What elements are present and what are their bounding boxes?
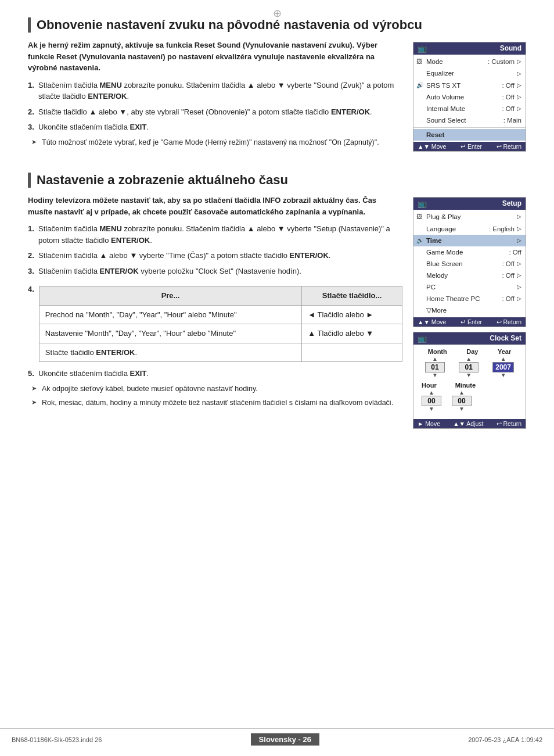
clock-labels-row1: Month Day Year	[418, 348, 521, 355]
sound-menu-title: Sound	[500, 44, 521, 53]
section2-right: 📺 Setup 🖼 Plug & Play ▷ Language : Engli…	[413, 195, 526, 429]
section1-body: Ak je herný režim zapnutý, aktivuje sa f…	[28, 40, 526, 152]
minute-value: 00	[452, 396, 472, 406]
month-label: Month	[428, 348, 447, 355]
clock-set-title: Clock Set	[490, 334, 521, 343]
bottom-bar: BN68-01186K-Slk-0523.indd 26 Slovensky -…	[0, 728, 554, 746]
step-2-1: 1. Stlačením tlačidla MENU zobrazíte pon…	[28, 223, 402, 246]
table-cell-btn3	[302, 343, 402, 362]
step-1-3: 3. Ukončite stlačením tlačidla EXIT.	[28, 121, 402, 133]
menu-divider1	[413, 127, 526, 128]
hour-value: 00	[422, 396, 441, 406]
menu-row-language: Language : English ▷	[413, 223, 526, 235]
sound-icon: 🔊	[416, 81, 423, 89]
section1-steps: 1. Stlačením tlačidla MENU zobrazíte pon…	[28, 80, 402, 133]
table-cell-btn1: ◄ Tlačidlo alebo ►	[302, 305, 402, 324]
setup-menu-footer: ▲▼ Move ↵ Enter ↩ Return	[413, 317, 526, 327]
page-label: Slovensky - 26	[251, 733, 319, 746]
table-col2-header: Stlačte tlačidlo...	[302, 286, 402, 306]
setup-menu-header: 📺 Setup	[413, 198, 526, 210]
section2-text: Hodiny televízora môžete nastaviť tak, a…	[28, 195, 402, 408]
tv-icon: 📺	[418, 44, 427, 53]
menu-row-equalizer: Equalizer ▷	[413, 67, 526, 79]
section2-note2: Rok, mesiac, dátum, hodiny a minúty môže…	[28, 397, 402, 409]
section2-title: Nastavenie a zobrazenie aktuálneho času	[37, 173, 288, 187]
step-2-5: 5. Ukončite stlačením tlačidla EXIT.	[28, 368, 402, 379]
year-field: ▲ 2007 ▼	[492, 356, 514, 378]
menu-row-blue-screen: Blue Screen : Off ▷	[413, 258, 526, 270]
step-2-2: 2. Stlačením tlačidla ▲ alebo ▼ vyberte …	[28, 250, 402, 261]
clock-labels-row2: Hour Minute	[418, 382, 521, 389]
table-row: Prechod na "Month", "Day", "Year", "Hour…	[39, 305, 402, 324]
month-value: 01	[425, 362, 445, 372]
section1-note: Túto možnosť môžete vybrať, keď je "Game…	[28, 137, 402, 148]
section2-intro: Hodiny televízora môžete nastaviť tak, a…	[28, 195, 402, 217]
table-col1-header: Pre...	[39, 286, 301, 306]
clock-set-header: 📺 Clock Set	[413, 332, 526, 345]
hour-label: Hour	[422, 382, 437, 389]
file-info: BN68-01186K-Slk-0523.indd 26	[12, 736, 102, 743]
month-field: ▲ 01 ▼	[425, 356, 445, 378]
menu-row-sound-select: Sound Select : Main	[413, 114, 526, 126]
hour-field: ▲ 00 ▼	[422, 390, 441, 412]
setup-menu-rows: 🖼 Plug & Play ▷ Language : English ▷ 🔊 T…	[413, 210, 526, 317]
menu-row-plug-play: 🖼 Plug & Play ▷	[413, 211, 526, 223]
section2-body: Hodiny televízora môžete nastaviť tak, a…	[28, 195, 526, 429]
clock-set-box: 📺 Clock Set Month Day Year ▲	[413, 332, 526, 429]
sound-menu-box: 📺 Sound 🖼 Mode : Custom ▷ Equalizer ▷	[413, 42, 526, 152]
section1-intro: Ak je herný režim zapnutý, aktivuje sa f…	[28, 40, 402, 74]
menu-row-more: ▽More	[413, 304, 526, 316]
minute-label: Minute	[455, 382, 476, 389]
year-label: Year	[498, 348, 511, 355]
section1-title: Obnovenie nastavení zvuku na pôvodné nas…	[37, 17, 422, 32]
day-field: ▲ 01 ▼	[459, 356, 479, 378]
section2-steps: 1. Stlačením tlačidla MENU zobrazíte pon…	[28, 223, 402, 277]
menu-row-mode: 🖼 Mode : Custom ▷	[413, 56, 526, 67]
table-cell-pre3: Stlačte tlačidlo ENTER/OK.	[39, 343, 301, 362]
menu-row-internal-mute: Internal Mute : Off ▷	[413, 103, 526, 114]
section2-step5-list: 5. Ukončite stlačením tlačidla EXIT.	[28, 368, 402, 379]
year-value: 2007	[492, 362, 514, 372]
tv-icon3: 📺	[418, 334, 427, 343]
menu-row-pc: PC ▷	[413, 281, 526, 293]
table-cell-pre2: Nastavenie "Month", "Day", "Year", "Hour…	[39, 324, 301, 343]
sound-menu-header: 📺 Sound	[413, 42, 526, 55]
clock-set-footer: ► Move ▲▼ Adjust ↩ Return	[413, 419, 526, 428]
table-row: Stlačte tlačidlo ENTER/OK.	[39, 343, 402, 362]
menu-row-time: 🔊 Time ▷	[413, 235, 526, 246]
menu-row-auto-volume: Auto Volume : Off ▷	[413, 91, 526, 103]
section2: Nastavenie a zobrazenie aktuálneho času …	[28, 173, 526, 429]
step-1-1: 1. Stlačením tlačidla MENU zobrazíte pon…	[28, 80, 402, 102]
menu-row-reset: Reset	[413, 129, 526, 141]
clock-set-body: Month Day Year ▲ 01 ▼ ▲	[413, 345, 526, 419]
section1: Obnovenie nastavení zvuku na pôvodné nas…	[28, 17, 526, 152]
day-value: 01	[459, 362, 479, 372]
tv-icon2: 📺	[418, 199, 427, 208]
step4-container: 4. Pre... Stlačte tlačidlo... Prechod na…	[28, 281, 402, 362]
clock-values-row1: ▲ 01 ▼ ▲ 01 ▼ ▲ 2007	[418, 356, 521, 378]
setup-menu-box: 📺 Setup 🖼 Plug & Play ▷ Language : Engli…	[413, 197, 526, 327]
sound-menu-rows: 🖼 Mode : Custom ▷ Equalizer ▷ 🔊 SRS TS X…	[413, 55, 526, 142]
step-2-3: 3. Stlačením tlačidla ENTER/OK vyberte p…	[28, 266, 402, 277]
step4-table: Pre... Stlačte tlačidlo... Prechod na "M…	[39, 286, 402, 362]
step-1-2: 2. Stlačte tlačidlo ▲ alebo ▼, aby ste v…	[28, 106, 402, 118]
date-info: 2007-05-23 ¿ÄËÄ 1:09:42	[468, 736, 542, 743]
table-cell-btn2: ▲ Tlačidlo alebo ▼	[302, 324, 402, 343]
menu-row-home-theatre: Home Theatre PC : Off ▷	[413, 293, 526, 304]
minute-field: ▲ 00 ▼	[452, 390, 472, 412]
menu-row-srs: 🔊 SRS TS XT : Off ▷	[413, 80, 526, 91]
setup-menu-title: Setup	[502, 199, 521, 208]
day-label: Day	[466, 348, 478, 355]
step4-num: 4.	[28, 285, 34, 293]
menu-row-melody: Melody : Off ▷	[413, 270, 526, 281]
page-outer: ⊕ Obnovenie nastavení zvuku na pôvodné n…	[0, 0, 554, 756]
plug-icon: 🖼	[416, 213, 422, 221]
menu-row-game-mode: Game Mode : Off	[413, 246, 526, 258]
picture-icon: 🖼	[416, 58, 422, 66]
crosshair-icon: ⊕	[273, 7, 282, 20]
clock-values-row2: ▲ 00 ▼ ▲ 00 ▼	[418, 390, 521, 412]
table-cell-pre1: Prechod na "Month", "Day", "Year", "Hour…	[39, 305, 301, 324]
sound-menu-footer: ▲▼ Move ↵ Enter ↩ Return	[413, 142, 526, 151]
section2-note1: Ak odpojíte sieťový kábel, budete musieť…	[28, 384, 402, 395]
table-row: Nastavenie "Month", "Day", "Year", "Hour…	[39, 324, 402, 343]
